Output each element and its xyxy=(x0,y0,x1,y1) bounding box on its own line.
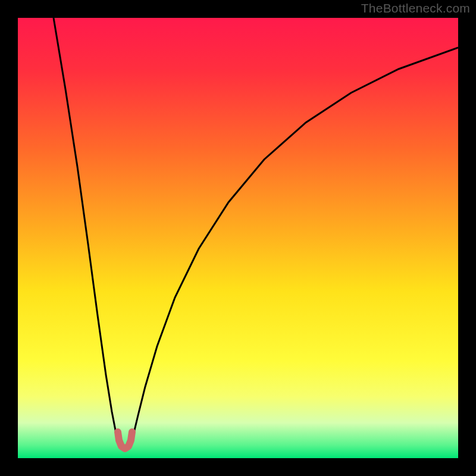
chart-svg xyxy=(18,18,458,458)
plot-area xyxy=(18,18,458,458)
chart-frame: TheBottleneck.com xyxy=(0,0,476,476)
watermark-text: TheBottleneck.com xyxy=(361,1,470,15)
gradient-background xyxy=(18,18,458,458)
